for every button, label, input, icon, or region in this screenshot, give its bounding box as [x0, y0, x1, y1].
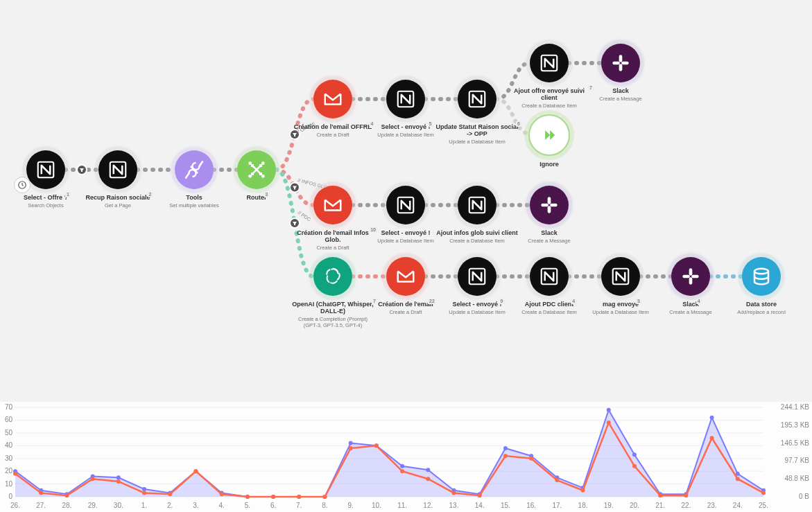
node-subtitle: Update a Database Item	[449, 139, 505, 145]
node-title: Select - envoyé !55	[381, 124, 430, 131]
node-c6[interactable]: Data storeAdd/replace a record	[720, 257, 803, 315]
node-title: Update Statut Raison social -> OPP66	[435, 124, 519, 138]
chart-point	[245, 495, 250, 499]
x-tick: 18.	[578, 502, 588, 509]
notion-icon[interactable]	[98, 150, 137, 189]
chart-point	[64, 493, 69, 497]
y-right-tick: 0 B	[799, 493, 809, 500]
gmail-icon[interactable]	[313, 186, 352, 224]
y-left-tick: 50	[5, 429, 13, 436]
svg-point-27	[754, 269, 768, 274]
node-subtitle: Create a Completion (Prompt) (GPT-3, GPT…	[291, 316, 374, 328]
node-subtitle: Get a Page	[105, 202, 131, 209]
svg-rect-25	[682, 275, 690, 279]
chart-point	[607, 421, 611, 425]
notion-icon[interactable]	[458, 80, 496, 118]
node-a4[interactable]: Ajout offre envoyé suivi client77Create …	[508, 44, 591, 109]
node-a3[interactable]: Update Statut Raison social -> OPP66Upda…	[435, 80, 519, 145]
svg-rect-18	[541, 204, 548, 207]
chart-point	[452, 491, 456, 495]
chart-point	[426, 477, 430, 481]
node-a2[interactable]: Select - envoyé !55Update a Database Ite…	[364, 80, 447, 138]
x-tick: 28.	[62, 502, 71, 509]
node-b1[interactable]: Création de l'email Infos Glob.1010Creat…	[291, 186, 374, 251]
svg-rect-19	[550, 204, 558, 207]
node-a6[interactable]: Ignore	[508, 114, 591, 168]
node-c3[interactable]: Ajout PDC client44Create a Database Item	[508, 257, 591, 315]
node-title: Select - envoyé !99	[452, 301, 501, 308]
gmail-icon[interactable]	[386, 257, 425, 296]
node-title: Tools	[186, 195, 202, 202]
x-tick: 13.	[449, 502, 459, 509]
y-left-tick: 60	[5, 416, 13, 423]
datastore-icon[interactable]	[742, 257, 781, 296]
node-b4[interactable]: SlackCreate a Message	[508, 186, 591, 244]
notion-icon[interactable]	[386, 186, 425, 224]
notion-icon[interactable]	[601, 257, 640, 296]
notion-icon[interactable]	[458, 186, 496, 224]
chart-point	[684, 493, 688, 497]
node-subtitle: Create a Database Item	[521, 103, 577, 109]
y-right-tick: 195.3 KB	[781, 421, 809, 429]
x-tick: 12.	[423, 502, 433, 509]
x-tick: 6.	[270, 502, 276, 509]
notion-icon[interactable]	[530, 257, 569, 296]
tools-icon[interactable]	[175, 150, 214, 189]
node-c2[interactable]: Select - envoyé !99Update a Database Ite…	[435, 257, 519, 315]
x-tick: 3.	[193, 502, 198, 509]
chart-point	[607, 408, 611, 412]
workflow-canvas[interactable]: // OFFRE// INFOS GLOB.// PDC Select - Of…	[0, 0, 812, 402]
notion-icon[interactable]	[530, 44, 569, 82]
node-title: Router33	[247, 195, 267, 202]
openai-icon[interactable]	[313, 257, 352, 296]
y-left-tick: 40	[5, 441, 13, 449]
node-subtitle: Create a Message	[528, 238, 570, 244]
ignore-icon[interactable]	[528, 114, 570, 156]
chart-point	[39, 491, 43, 495]
chart-point	[503, 446, 508, 450]
x-tick: 9.	[348, 502, 354, 509]
node-subtitle: Update a Database Item	[449, 309, 505, 315]
chart-point	[555, 478, 559, 482]
y-left-tick: 70	[5, 403, 13, 411]
node-n4[interactable]: Router33	[215, 150, 298, 202]
node-title: OpenAI (ChatGPT, Whisper, DALL-E)77	[291, 301, 374, 315]
router-icon[interactable]	[237, 150, 276, 189]
node-subtitle: Create a Draft	[316, 132, 349, 138]
node-a1[interactable]: Création de l'email OFFRE44Create a Draf…	[291, 80, 374, 138]
y-left-tick: 30	[5, 454, 13, 462]
chart-point	[349, 446, 353, 450]
node-b3[interactable]: Ajout infos glob suivi clientCreate a Da…	[435, 186, 519, 244]
node-subtitle: Create a Database Item	[449, 238, 505, 244]
node-subtitle: Update a Database Item	[377, 132, 433, 138]
x-tick: 11.	[397, 502, 407, 509]
notion-icon[interactable]	[386, 80, 425, 118]
slack-icon[interactable]	[530, 186, 569, 224]
chart-point	[220, 492, 224, 496]
chart-point	[426, 468, 430, 472]
x-tick: 26.	[10, 502, 20, 509]
x-tick: 29.	[88, 502, 98, 509]
node-title: Select - Offre ?11	[24, 195, 68, 202]
svg-rect-26	[691, 275, 699, 279]
chart-point	[710, 436, 714, 440]
node-n2[interactable]: Recup Raison sociale22Get a Page	[76, 150, 159, 209]
chart-point	[193, 469, 198, 473]
node-title: Slack44	[682, 301, 699, 308]
chart-point	[116, 479, 121, 484]
node-badge: 5	[428, 121, 433, 127]
node-b2[interactable]: Select - envoyé !Update a Database Item	[364, 186, 447, 244]
node-c1[interactable]: Création de l'email2222Create a Draft	[364, 257, 447, 315]
notion-icon[interactable]	[26, 150, 65, 189]
node-c0[interactable]: OpenAI (ChatGPT, Whisper, DALL-E)77Creat…	[291, 257, 374, 328]
node-n1[interactable]: Select - Offre ?11Search Objects	[4, 150, 87, 209]
slack-icon[interactable]	[671, 257, 710, 296]
node-a5[interactable]: SlackCreate a Message	[579, 44, 662, 102]
node-subtitle: Set multiple variables	[169, 202, 218, 209]
chart-point	[761, 491, 766, 495]
gmail-icon[interactable]	[313, 80, 352, 118]
svg-rect-16	[548, 197, 551, 204]
node-badge: 4	[696, 299, 702, 304]
slack-icon[interactable]	[601, 44, 640, 82]
notion-icon[interactable]	[458, 257, 496, 296]
